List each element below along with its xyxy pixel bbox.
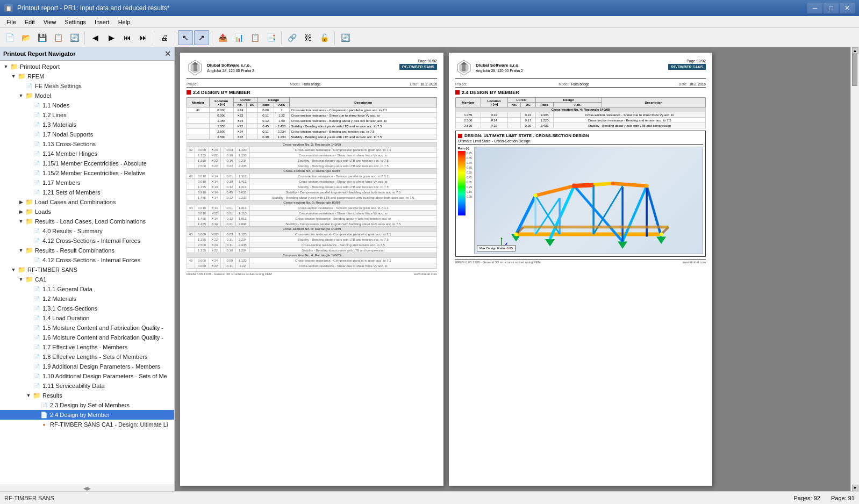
expander-loads[interactable]: ▶ [17,208,25,215]
scroll-down-button[interactable]: ▼ [852,485,858,491]
tree-row-moisture-1-6[interactable]: ▶ 📄 1.6 Moisture Content and Fabrication… [0,333,174,342]
expander-printout-report[interactable]: ▼ [2,63,10,70]
viz-legend-title: Ratio [-] [458,147,469,150]
scroll-up-button[interactable]: ▲ [852,47,858,54]
expander-results-rc[interactable]: ▼ [17,247,25,254]
tree-row-rfem[interactable]: ▼ 📁 RFEM [0,71,174,81]
first-button[interactable]: ⏮ [120,30,135,45]
tree-row-load-cases[interactable]: ▶ 📁 Load Cases and Combinations [0,197,174,207]
copy-button[interactable]: 📋 [51,30,66,45]
expander-model[interactable]: ▼ [17,92,25,99]
tree-row-results-rc[interactable]: ▼ 📁 Results - Result Combinations [0,246,174,255]
page-meta-1: Project: Model: Ruta bridge Date: 10.2. … [187,81,437,88]
nav-tree[interactable]: ▼ 📁 Printout Report ▼ 📁 RFEM ▶ 📄 FE Mes [0,61,174,485]
label-member-hinges: 1.14 Member Hinges [42,150,97,157]
export2-button[interactable]: 📊 [231,30,246,45]
tree-row-results-summary[interactable]: ▶ 📄 4.0 Results - Summary [0,226,174,236]
table-row: 1.355✕220.452.435Stability - Bending abo… [187,124,437,129]
tree-row-ultimate-lim[interactable]: ▶ ● RF-TIMBER SANS CA1 - Design: Ultimat… [0,420,174,429]
tree-row-add-design-members[interactable]: ▶ 📄 1.9 Additional Design Parameters - M… [0,362,174,371]
pointer-button[interactable]: ↗ [194,30,209,45]
tree-row-results-cs[interactable]: ▶ 📄 4.12 Cross-Sections - Internal Force… [0,236,174,246]
tree-row-nodes[interactable]: ▶ 📄 1.1 Nodes [0,100,174,110]
forward-button[interactable]: ▶ [104,30,119,45]
expander-results-ca1[interactable]: ▼ [25,392,32,399]
tree-row-eccentricities-abs[interactable]: ▶ 📄 1.15/1 Member Eccentricities - Absol… [0,159,174,168]
vertical-scrollbar[interactable]: ▲ ▼ [850,47,859,491]
company-logo-area-1: Dlubal Software s.r.o. Anglická 28, 120 … [187,59,254,76]
close-button[interactable]: ✕ [840,3,855,13]
label-add-design-members: 1.9 Additional Design Parameters - Membe… [42,363,160,370]
tree-row-printout-report[interactable]: ▼ 📁 Printout Report [0,62,174,71]
nav-horizontal-scroll[interactable]: ◀▶ [0,485,174,491]
save-button[interactable]: 💾 [34,30,49,45]
tree-row-moisture-1-5[interactable]: ▶ 📄 1.5 Moisture Content and Fabrication… [0,323,174,333]
export3-button[interactable]: 📋 [247,30,262,45]
new-button[interactable]: 📄 [2,30,17,45]
expander-rfem[interactable]: ▼ [10,73,17,80]
scroll-thumb[interactable] [852,54,857,86]
menu-edit[interactable]: Edit [20,18,39,26]
export-button[interactable]: 📤 [215,30,230,45]
tree-row-design-set[interactable]: ▶ 📄 2.3 Design by Set of Members [0,400,174,410]
menu-view[interactable]: View [39,18,61,26]
title-bar: 📋 Printout report - PR1: Input data and … [0,0,859,16]
tree-row-results-rc-cs[interactable]: ▶ 📄 4.12 Cross-Sections - Internal Force… [0,255,174,265]
footer-right-2: www.dlubal.com [683,261,706,264]
tree-row-serviceability[interactable]: ▶ 📄 1.11 Serviceability Data [0,381,174,391]
expander-ca1[interactable]: ▼ [17,276,25,283]
tree-row-add-design-sets[interactable]: ▶ 📄 1.10 Additional Design Parameters - … [0,371,174,381]
expander-results-lc[interactable]: ▼ [17,218,25,225]
export4-button[interactable]: 📑 [263,30,278,45]
tree-row-load-duration[interactable]: ▶ 📄 1.4 Load Duration [0,313,174,323]
tree-row-members[interactable]: ▶ 📄 1.17 Members [0,178,174,188]
label-sets-members: 1.21 Sets of Members [42,189,101,196]
tree-row-nodal-supports[interactable]: ▶ 📄 1.7 Nodal Supports [0,129,174,139]
label-design-member: 2.4 Design by Member [50,412,110,418]
tree-row-design-member[interactable]: ▶ 📄 2.4 Design by Member [0,410,174,420]
select-button[interactable]: ↖ [178,30,193,45]
link-button[interactable]: 🔗 [284,30,299,45]
open-button[interactable]: 📂 [18,30,33,45]
last-button[interactable]: ⏭ [136,30,151,45]
navigator-close-button[interactable]: ✕ [164,49,171,58]
file-icon-eccentricities-rel: 📄 [32,169,41,177]
th-desc-2: Description [602,98,705,107]
expander-load-cases[interactable]: ▶ [17,198,25,206]
sync-button[interactable]: 🔄 [338,30,353,45]
tree-row-member-hinges[interactable]: ▶ 📄 1.14 Member Hinges [0,149,174,159]
tree-row-loads[interactable]: ▶ 📁 Loads [0,207,174,217]
refresh-button[interactable]: 🔄 [67,30,82,45]
tree-row-model[interactable]: ▼ 📁 Model [0,91,174,100]
tree-row-materials[interactable]: ▶ 📄 1.3 Materials [0,120,174,129]
tree-row-fe-mesh[interactable]: ▶ 📄 FE Mesh Settings [0,81,174,91]
window-title: Printout report - PR1: Input data and re… [17,4,170,12]
maximize-button[interactable]: □ [824,3,839,13]
tree-row-effective-lengths[interactable]: ▶ 📄 1.7 Effective Lengths - Members [0,342,174,352]
back-button[interactable]: ◀ [88,30,103,45]
tree-row-rf-timber[interactable]: ▼ 📁 RF-TIMBER SANS [0,265,174,275]
file-icon-results-rc-cs: 📄 [32,256,41,264]
expander-rf-timber[interactable]: ▼ [10,266,17,273]
tree-row-sets-members[interactable]: ▶ 📄 1.21 Sets of Members [0,188,174,197]
tree-row-ca1[interactable]: ▼ 📁 CA1 [0,275,174,284]
tree-row-lines[interactable]: ▶ 📄 1.2 Lines [0,110,174,120]
svg-marker-7 [461,62,467,64]
tree-row-results-lc[interactable]: ▼ 📁 Results - Load Cases, Load Combinati… [0,217,174,226]
content-area[interactable]: Dlubal Software s.r.o. Anglická 28, 120 … [175,47,850,491]
tree-row-materials-ca1[interactable]: ▶ 📄 1.2 Materials [0,294,174,304]
menu-insert[interactable]: Insert [90,18,114,26]
tree-row-cross-sections[interactable]: ▶ 📄 1.13 Cross-Sections [0,139,174,149]
tree-row-general-data[interactable]: ▶ 📄 1.1.1 General Data [0,284,174,294]
menu-help[interactable]: Help [114,18,135,26]
menu-settings[interactable]: Settings [60,18,90,26]
print-button[interactable]: 🖨 [157,30,172,45]
unlink-button[interactable]: 🔓 [317,30,332,45]
chain-button[interactable]: ⛓ [300,30,316,45]
tree-row-effective-lengths-sets[interactable]: ▶ 📄 1.8 Effective Lengths - Sets of Memb… [0,352,174,362]
tree-row-eccentricities-rel[interactable]: ▶ 📄 1.15/2 Member Eccentricities - Relat… [0,168,174,178]
tree-row-cross-sections-ca1[interactable]: ▶ 📄 1.3.1 Cross-Sections [0,304,174,313]
minimize-button[interactable]: ─ [807,3,822,13]
menu-file[interactable]: File [2,18,20,26]
tree-row-results-ca1[interactable]: ▼ 📁 Results [0,391,174,400]
